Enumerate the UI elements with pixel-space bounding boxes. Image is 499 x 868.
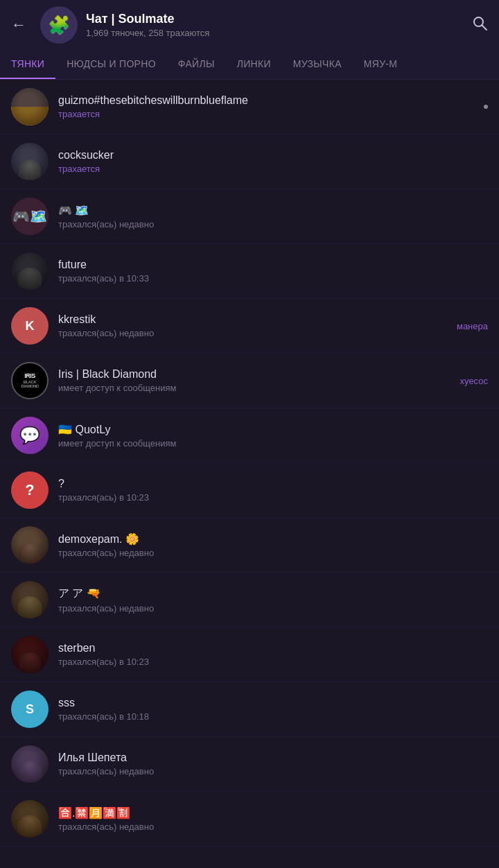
- avatar: ?: [11, 471, 49, 509]
- member-name: 🎮 🗺️: [58, 204, 488, 217]
- list-item[interactable]: IRIS BLACK DIAMOND Iris | Black Diamond …: [0, 354, 499, 408]
- member-name: Iris | Black Diamond: [58, 368, 445, 381]
- member-status: трахался(ась) в 10:18: [58, 711, 488, 722]
- list-item[interactable]: 🎮🗺️ 🎮 🗺️ трахался(ась) недавно: [0, 189, 499, 244]
- member-name: ア ア 🔫: [58, 587, 488, 601]
- member-status: трахался(ась) в 10:33: [58, 273, 488, 284]
- member-info: ア ア 🔫 трахался(ась) недавно: [58, 587, 488, 614]
- member-name: 🇺🇦 QuotLy: [58, 423, 488, 436]
- member-info: future трахался(ась) в 10:33: [58, 259, 488, 284]
- avatar: 🎮🗺️: [11, 198, 49, 235]
- list-item[interactable]: S sss трахался(ась) в 10:18: [0, 682, 499, 737]
- svg-line-1: [482, 26, 487, 31]
- member-info: 🈴.🈲🈷️🈵🈹 трахался(ась) недавно: [58, 806, 488, 832]
- member-name: demoxepam. 🌼: [58, 532, 488, 546]
- member-status: трахался(ась) в 10:23: [58, 492, 488, 503]
- member-status: трахается: [58, 164, 488, 174]
- member-info: cocksucker трахается: [58, 149, 488, 174]
- avatar: [11, 88, 49, 125]
- tab-nyuds[interactable]: нюдсы и порно: [55, 50, 167, 79]
- avatar: [11, 800, 49, 837]
- member-name: Илья Шепета: [58, 752, 488, 764]
- tabs-bar: ТЯНКИ нюдсы и порно Файлы линки музычка …: [0, 50, 499, 80]
- tab-music[interactable]: музычка: [282, 50, 353, 79]
- online-dot: [484, 105, 488, 109]
- member-info: demoxepam. 🌼 трахался(ась) недавно: [58, 532, 488, 558]
- member-status: трахался(ась) недавно: [58, 328, 441, 338]
- avatar: [11, 143, 49, 180]
- avatar: 💬: [11, 417, 49, 454]
- list-item[interactable]: Илья Шепета трахался(ась) недавно: [0, 737, 499, 792]
- member-status: имеет доступ к сообщениям: [58, 383, 445, 393]
- member-info: 🎮 🗺️ трахался(ась) недавно: [58, 204, 488, 229]
- member-info: ? трахался(ась) в 10:23: [58, 478, 488, 503]
- member-name: future: [58, 259, 488, 271]
- avatar: [11, 745, 49, 783]
- member-count: 1,969 тяночек, 258 трахаются: [86, 28, 463, 38]
- avatar-letter: K: [26, 319, 35, 333]
- avatar: S: [11, 691, 49, 728]
- member-info: kkrestik трахался(ась) недавно: [58, 313, 441, 338]
- member-name: kkrestik: [58, 313, 441, 326]
- member-info: guizmo#thesebitcheswillburnblueflame тра…: [58, 94, 474, 119]
- avatar-letter: S: [26, 702, 34, 717]
- member-info: Iris | Black Diamond имеет доступ к сооб…: [58, 368, 445, 393]
- list-item[interactable]: 💬 🇺🇦 QuotLy имеет доступ к сообщениям: [0, 408, 499, 463]
- list-item[interactable]: ? ? трахался(ась) в 10:23: [0, 463, 499, 518]
- avatar: [11, 636, 49, 673]
- member-badge: хуесос: [460, 376, 488, 386]
- member-name: cocksucker: [58, 149, 488, 162]
- avatar: [11, 581, 49, 618]
- header-avatar: 🧩: [40, 6, 78, 44]
- tab-miau[interactable]: мяу-м: [353, 50, 409, 79]
- member-status: трахался(ась) недавно: [58, 822, 488, 832]
- member-info: 🇺🇦 QuotLy имеет доступ к сообщениям: [58, 423, 488, 449]
- avatar: IRIS BLACK DIAMOND: [11, 362, 49, 399]
- members-list: guizmo#thesebitcheswillburnblueflame тра…: [0, 80, 499, 847]
- tab-files[interactable]: Файлы: [167, 50, 226, 79]
- member-status: трахается: [58, 109, 474, 119]
- back-button[interactable]: ←: [11, 16, 32, 34]
- list-item[interactable]: ア ア 🔫 трахался(ась) недавно: [0, 573, 499, 627]
- list-item[interactable]: 🈴.🈲🈷️🈵🈹 трахался(ась) недавно: [0, 792, 499, 847]
- member-name: 🈴.🈲🈷️🈵🈹: [58, 806, 488, 819]
- list-item[interactable]: sterben трахался(ась) в 10:23: [0, 627, 499, 682]
- chat-title: Чат | Soulmate: [86, 12, 463, 26]
- avatar: [11, 252, 49, 290]
- tab-links[interactable]: линки: [226, 50, 282, 79]
- member-info: sterben трахался(ась) в 10:23: [58, 642, 488, 667]
- list-item[interactable]: K kkrestik трахался(ась) недавно манера: [0, 299, 499, 354]
- list-item[interactable]: future трахался(ась) в 10:33: [0, 244, 499, 299]
- member-status: трахался(ась) недавно: [58, 219, 488, 229]
- member-name: sterben: [58, 642, 488, 654]
- tab-tyanki[interactable]: ТЯНКИ: [0, 50, 55, 79]
- member-name: guizmo#thesebitcheswillburnblueflame: [58, 94, 474, 107]
- avatar: [11, 526, 49, 564]
- member-info: sss трахался(ась) в 10:18: [58, 697, 488, 722]
- header: ← 🧩 Чат | Soulmate 1,969 тяночек, 258 тр…: [0, 0, 499, 50]
- member-name: ?: [58, 478, 488, 490]
- header-info: Чат | Soulmate 1,969 тяночек, 258 трахаю…: [86, 12, 463, 38]
- list-item[interactable]: demoxepam. 🌼 трахался(ась) недавно: [0, 518, 499, 573]
- member-name: sss: [58, 697, 488, 709]
- list-item[interactable]: cocksucker трахается: [0, 134, 499, 189]
- search-button[interactable]: [471, 15, 488, 35]
- member-status: трахался(ась) недавно: [58, 766, 488, 776]
- avatar-letter: ?: [25, 481, 34, 499]
- member-status: трахался(ась) недавно: [58, 548, 488, 558]
- avatar: K: [11, 307, 49, 345]
- member-status: трахался(ась) в 10:23: [58, 657, 488, 667]
- member-info: Илья Шепета трахался(ась) недавно: [58, 752, 488, 776]
- list-item[interactable]: guizmo#thesebitcheswillburnblueflame тра…: [0, 80, 499, 134]
- member-status: имеет доступ к сообщениям: [58, 438, 488, 449]
- member-status: трахался(ась) недавно: [58, 603, 488, 614]
- member-badge: манера: [457, 321, 488, 331]
